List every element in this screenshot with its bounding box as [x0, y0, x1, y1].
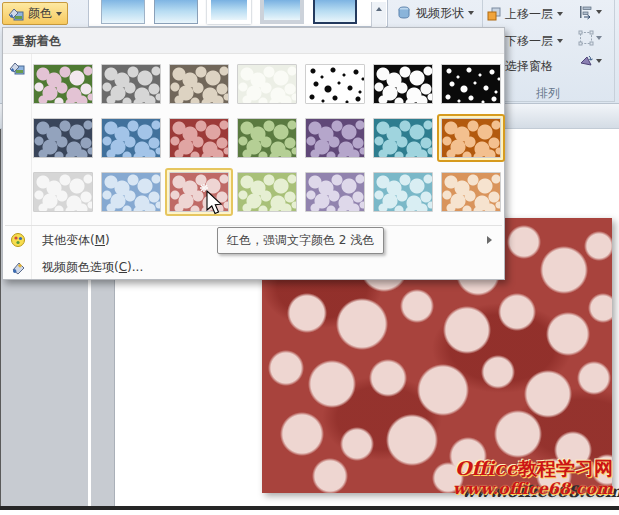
video-color-button[interactable]: 颜色: [2, 2, 68, 25]
video-style-thumbnail-5[interactable]: [313, 0, 357, 24]
recolor-tile-r2-c1[interactable]: [33, 118, 93, 158]
recolor-tile-r1-c2[interactable]: [101, 64, 161, 104]
recolor-tile-r3-c6[interactable]: [373, 172, 433, 212]
chevron-down-icon: [557, 39, 563, 43]
video-shape-icon: [396, 5, 412, 21]
recolor-tile-r1-c1[interactable]: [33, 64, 93, 104]
send-backward-label: 下移一层: [505, 33, 553, 50]
align-icon: [578, 4, 594, 20]
align-button[interactable]: [578, 4, 602, 20]
selection-pane-label: 选择窗格: [505, 58, 553, 75]
menu-item-video-color-options[interactable]: 视频颜色选项(C)...: [5, 254, 502, 280]
tooltip: 红色，强调文字颜色 2 浅色: [217, 227, 384, 254]
video-style-thumbnail-4[interactable]: [260, 0, 304, 24]
watermark-brand-en: Office: [455, 457, 518, 479]
status-bar-edge: [0, 506, 619, 510]
chevron-down-icon: [596, 59, 602, 63]
variations-icon: [10, 232, 26, 248]
bring-forward-button[interactable]: 上移一层: [487, 4, 563, 24]
chevron-down-icon: [596, 36, 602, 40]
recolor-tile-r1-c7[interactable]: [441, 64, 501, 104]
recolor-tile-r3-c4[interactable]: [237, 172, 297, 212]
menu-item-label: 视频颜色选项(C)...: [42, 259, 143, 276]
recolor-tile-r2-c2[interactable]: [101, 118, 161, 158]
watermark-line2: www.office68.com: [453, 479, 613, 498]
cursor-arrow-icon: [197, 183, 227, 217]
rotate-button[interactable]: [578, 53, 602, 69]
group-button[interactable]: [578, 30, 602, 46]
recolor-tile-r2-c7[interactable]: [441, 118, 501, 158]
recolor-tile-r1-c6[interactable]: [373, 64, 433, 104]
watermark-line1: Office教程学习网: [453, 458, 613, 479]
watermark-brand-cn: 教程学习网: [518, 457, 613, 479]
recolor-tile-r2-c3[interactable]: [169, 118, 229, 158]
recolor-tile-r2-c6[interactable]: [373, 118, 433, 158]
recolor-tile-r2-c5[interactable]: [305, 118, 365, 158]
chevron-down-icon: [557, 12, 563, 16]
recolor-tile-r1-c3[interactable]: [169, 64, 229, 104]
bring-forward-icon: [487, 7, 501, 21]
bring-forward-label: 上移一层: [505, 6, 553, 23]
chevron-down-icon: [596, 10, 602, 14]
color-fill-icon: [8, 6, 24, 22]
group-divider: [614, 0, 615, 101]
menu-item-label: 其他变体(M): [42, 232, 110, 249]
gallery-scroll-up-icon[interactable]: [376, 7, 382, 11]
recolor-tile-r2-c4[interactable]: [237, 118, 297, 158]
recolor-tile-r3-c5[interactable]: [305, 172, 365, 212]
recolor-tile-r1-c5[interactable]: [305, 64, 365, 104]
powerpoint-window: 颜色 视频形状 上移一层: [0, 0, 619, 515]
menu-separator: [5, 225, 502, 226]
chevron-down-icon: [468, 11, 474, 15]
video-shape-label: 视频形状: [416, 5, 464, 22]
recolor-section-header: 重新着色: [3, 28, 504, 54]
gallery-scrollbar[interactable]: [371, 2, 386, 27]
window-left-border: [0, 129, 1, 507]
recolor-tile-r3-c1[interactable]: [33, 172, 93, 212]
recolor-tile-r3-c7[interactable]: [441, 172, 501, 212]
video-style-thumbnail-3[interactable]: [207, 0, 251, 24]
watermark: www.office68.com Office教程学习网 www.office6…: [453, 458, 613, 498]
rotate-icon: [578, 53, 594, 69]
submenu-arrow-icon: [487, 236, 492, 244]
recolor-icon: [8, 59, 25, 76]
video-styles-gallery: [88, 0, 388, 27]
recolor-tile-r3-c2[interactable]: [101, 172, 161, 212]
color-button-label: 颜色: [28, 5, 52, 22]
chevron-down-icon: [56, 12, 62, 16]
color-options-icon: [10, 259, 26, 275]
recolor-gallery-grid: [33, 64, 501, 212]
recolor-tile-r1-c4[interactable]: [237, 64, 297, 104]
video-shape-button[interactable]: 视频形状: [392, 1, 478, 25]
video-style-thumbnail-1[interactable]: [101, 0, 145, 24]
group-icon: [578, 30, 594, 46]
video-style-thumbnail-2[interactable]: [154, 0, 198, 24]
